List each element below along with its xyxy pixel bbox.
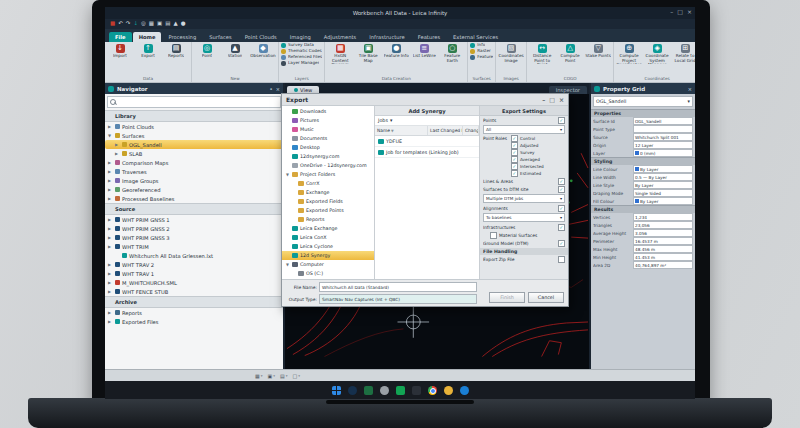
statusbar-icon[interactable]: ▦ ▾ [255, 373, 263, 379]
YDFUE[interactable]: YDFUE [375, 136, 479, 147]
search-icon[interactable] [348, 386, 357, 395]
quickbar-icon[interactable]: ● [181, 21, 186, 27]
role-checkbox[interactable]: ✓ [511, 149, 518, 156]
section-results[interactable]: Results [591, 205, 695, 213]
ribbon-button[interactable]: ▽ Stake Points [585, 43, 611, 59]
excel-icon[interactable] [364, 386, 373, 395]
quickbar-icon[interactable]: ▲ [173, 21, 177, 27]
close-icon[interactable]: × [559, 96, 564, 103]
breadcrumb[interactable]: Jobs ▾ [375, 116, 479, 126]
lines-areas-checkbox[interactable]: ✓ [558, 178, 565, 185]
quickbar-icon[interactable]: ▦ [149, 21, 154, 27]
property-value[interactable]: OGL_Sandell [633, 117, 693, 125]
alignments-checkbox[interactable]: ✓ [558, 205, 565, 212]
property-object-selector[interactable]: OGL_Sandell ▾ [593, 96, 693, 107]
folder-item[interactable]: Desktop [282, 143, 374, 152]
vscode-icon[interactable] [412, 386, 421, 395]
ribbon-button[interactable]: ↓ Import [107, 43, 133, 59]
ribbon-tab[interactable]: Surfaces [203, 32, 237, 42]
folder-item[interactable]: Documents [282, 134, 374, 143]
ribbon-tab[interactable]: Home [133, 32, 162, 42]
ribbon-tab[interactable]: Point Clouds [239, 32, 283, 42]
folder-item[interactable]: Reports [282, 215, 374, 224]
folder-item[interactable]: 12d Synergy [282, 251, 374, 260]
sheets-icon[interactable] [396, 386, 405, 395]
cancel-button[interactable]: Cancel [528, 292, 564, 303]
role-row[interactable]: ✓ Intersected [511, 163, 565, 170]
close-icon[interactable]: × [276, 86, 280, 92]
quickbar-icon[interactable]: ▣ [157, 21, 162, 27]
ribbon-tab[interactable]: Imaging [284, 32, 317, 42]
role-row[interactable]: ✓ Control [511, 135, 565, 142]
tree-item[interactable]: ▶ WHT PRIM GNSS 3 [105, 233, 283, 242]
navigator-search-input[interactable] [107, 96, 281, 108]
maximize-icon[interactable]: □ [549, 96, 555, 103]
export-dialog-titlebar[interactable]: Export – □ × [282, 94, 568, 106]
property-value[interactable]: By Layer [633, 197, 693, 205]
alignments-option-dropdown[interactable]: To baselines ▾ [483, 213, 565, 222]
tree-item[interactable]: ▶ Comparison Maps [105, 158, 283, 167]
statusbar-icon[interactable]: □ ▾ [293, 373, 301, 379]
points-filter-dropdown[interactable]: All ▾ [483, 125, 565, 134]
column-header[interactable]: Last Changed By ▼ [428, 126, 463, 135]
Job for templates (Linking Job)[interactable]: Job for templates (Linking Job) [375, 147, 479, 158]
tree-item[interactable]: ▶ Exported Files [105, 317, 283, 326]
role-row[interactable]: ✓ Adjusted [511, 142, 565, 149]
column-header[interactable]: Name ▼ [375, 126, 428, 135]
quickbar-icon[interactable]: ◎ [141, 21, 146, 27]
ribbon-button[interactable]: Referenced Files [281, 55, 322, 60]
folder-item[interactable]: Pictures [282, 116, 374, 125]
points-checkbox[interactable]: ✓ [558, 117, 565, 124]
edge-icon[interactable] [460, 386, 469, 395]
quickbar-icon[interactable]: ▤ [165, 21, 170, 27]
minimize-icon[interactable]: – [542, 96, 545, 103]
property-value[interactable]: Single Sided [633, 189, 693, 197]
folder-item[interactable]: Downloads [282, 107, 374, 116]
tree-item[interactable]: ▶ SLAB [105, 149, 283, 158]
folder-item[interactable]: 12dsynergy.com [282, 152, 374, 161]
tree-item[interactable]: ▶ Point Clouds [105, 122, 283, 131]
tree-item[interactable]: Library [105, 110, 283, 122]
ribbon-button[interactable]: Info [470, 43, 485, 48]
section-properties[interactable]: Properties [591, 109, 695, 117]
maximize-icon[interactable]: □ [677, 8, 683, 15]
ribbon-button[interactable]: ▣ Tile Base Map [355, 43, 381, 63]
ribbon-button[interactable]: ↑ Export [135, 43, 161, 59]
ribbon-button[interactable]: Layer Manager [281, 61, 319, 66]
tree-item[interactable]: ▶ M_WHITCHURCH.SML [105, 278, 283, 287]
folder-item[interactable]: ▼ Computer [282, 260, 374, 269]
column-header[interactable]: Changed Date ▼ [463, 126, 479, 135]
folder-item[interactable]: Exported Fields [282, 197, 374, 206]
role-row[interactable]: ✓ Averaged [511, 156, 565, 163]
close-icon[interactable]: × [688, 86, 692, 92]
folder-item[interactable]: Leica Cyclone [282, 242, 374, 251]
folder-item[interactable]: Exchange [282, 188, 374, 197]
ribbon-button[interactable]: ● Feature Info [383, 43, 409, 59]
output-type-dropdown[interactable]: SmartNav Nav Captures (Int + QBC) [319, 294, 477, 304]
settings-icon[interactable] [380, 386, 389, 395]
export-zip-checkbox[interactable] [558, 256, 565, 263]
tree-item[interactable]: ▶ Processed Baselines [105, 194, 283, 203]
section-styling[interactable]: Styling [591, 157, 695, 165]
ground-model-checkbox[interactable]: ✓ [558, 240, 565, 247]
close-icon[interactable]: × [687, 8, 692, 15]
quickbar-icon[interactable]: ↓ [133, 21, 138, 27]
ribbon-tab[interactable]: Features [412, 32, 446, 42]
role-checkbox[interactable]: ✓ [511, 170, 518, 177]
role-checkbox[interactable]: ✓ [511, 156, 518, 163]
warning-icon[interactable] [444, 386, 453, 395]
property-value[interactable]: 12 Layer [633, 141, 693, 149]
folder-item[interactable]: Exported Points [282, 206, 374, 215]
tree-item[interactable]: Whitchurch All Data Grlessen.lxt [105, 251, 283, 260]
role-checkbox[interactable]: ✓ [511, 163, 518, 170]
tree-item[interactable]: ▶ WHT TRAV 1 [105, 269, 283, 278]
tree-item[interactable]: ▶ WHT FENCE STUB [105, 287, 283, 296]
chrome-icon[interactable] [428, 386, 437, 395]
ribbon-button[interactable]: ⊕ Compute Project Coordinates [616, 43, 642, 64]
ribbon-button[interactable]: ▤ Reports [163, 43, 189, 59]
quickbar-icon[interactable]: ■ [110, 21, 115, 27]
tree-item[interactable]: Source [105, 203, 283, 215]
property-value[interactable]: By Layer [633, 181, 693, 189]
tree-item[interactable]: ▼ Surfaces [105, 131, 283, 140]
folder-item[interactable]: Leica ConX [282, 233, 374, 242]
